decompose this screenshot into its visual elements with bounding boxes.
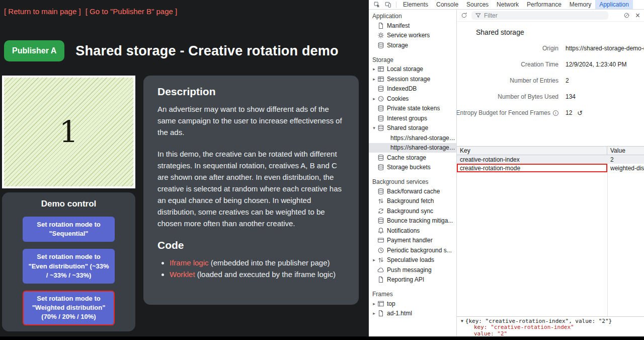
chevron-right-icon[interactable]: ▸ <box>371 77 377 82</box>
key-cell[interactable]: creative-rotation-mode <box>457 164 607 172</box>
chevron-down-icon[interactable]: ▼ <box>461 318 463 324</box>
meta-value-number-of-bytes-used: 134 <box>566 89 644 105</box>
sidebar-item-background-sync[interactable]: Background sync <box>369 206 456 216</box>
creative-number: 1 <box>59 114 78 150</box>
storage-icon <box>377 114 384 122</box>
filter-input[interactable] <box>484 12 605 19</box>
table-icon <box>377 75 384 83</box>
sidebar-item-label: Push messaging <box>387 266 432 274</box>
sidebar-item-manifest[interactable]: Manifest <box>369 21 456 31</box>
chevron-right-icon[interactable]: ▸ <box>371 301 377 306</box>
manifest-icon <box>377 276 384 284</box>
column-header-value[interactable]: Value <box>607 147 628 155</box>
filter-box[interactable] <box>471 11 608 20</box>
rotation-mode-button-1[interactable]: Set rotation mode to "Sequential" <box>23 217 115 242</box>
sidebar-item-cache-storage[interactable]: Cache storage <box>369 153 456 163</box>
return-to-main-link[interactable]: [ Return to main page ] <box>4 7 81 16</box>
storage-icon <box>377 154 384 161</box>
chevron-right-icon[interactable]: ▸ <box>371 66 377 72</box>
sidebar-item-bounce-tracking-mitiga[interactable]: Bounce tracking mitiga... <box>369 216 456 226</box>
sidebar-item-label: Local storage <box>387 65 423 73</box>
shared-storage-metadata: Originhttps://shared-storage-demo-coCrea… <box>457 40 644 121</box>
description-paragraph-1: An advertiser may want to show different… <box>157 103 345 138</box>
table-row[interactable]: creative-rotation-index2 <box>457 155 644 164</box>
sidebar-section-title: Background services <box>369 177 456 186</box>
chevron-right-icon[interactable]: ▸ <box>371 257 377 262</box>
meta-value-creation-time: 12/9/2024, 1:23:40 PM <box>566 56 644 73</box>
devtools-tab-application[interactable]: Application <box>595 0 633 9</box>
close-icon[interactable]: × <box>635 12 640 20</box>
sidebar-item-label: Background fetch <box>387 197 434 205</box>
sidebar-item-indexeddb[interactable]: IndexedDB <box>369 84 456 94</box>
sidebar-item-push-messaging[interactable]: Push messaging <box>369 265 456 275</box>
sidebar-item-notifications[interactable]: Notifications <box>369 226 456 236</box>
sidebar-item-storage[interactable]: Storage <box>369 40 456 50</box>
publisher-b-link[interactable]: [ Go to "Publisher B" page ] <box>86 7 177 16</box>
sidebar-item-speculative-loads[interactable]: ▸Speculative loads <box>369 255 456 265</box>
storage-icon <box>377 187 384 195</box>
storage-table-body: creative-rotation-index2creative-rotatio… <box>457 155 644 172</box>
reset-budget-icon[interactable]: ↺ <box>577 109 583 117</box>
key-cell[interactable]: creative-rotation-index <box>457 155 607 164</box>
chevron-right-icon[interactable]: ▸ <box>371 96 377 101</box>
code-link-iframe-logic[interactable]: Iframe logic <box>170 258 209 267</box>
devtools-tab-console[interactable]: Console <box>432 0 462 9</box>
chevron-down-icon[interactable]: ▾ <box>371 125 377 130</box>
sidebar-item-background-fetch[interactable]: Background fetch <box>369 196 456 207</box>
storage-icon <box>377 105 384 112</box>
sidebar-item-label: Storage buckets <box>387 164 431 171</box>
devtools-body: ApplicationManifestService workersStorag… <box>369 10 644 336</box>
clear-icon[interactable] <box>623 12 630 19</box>
code-link-worklet[interactable]: Worklet <box>170 270 195 279</box>
table-icon <box>377 65 384 73</box>
table-row[interactable]: creative-rotation-modeweighted-distribut… <box>457 164 644 172</box>
sidebar-item-periodic-background-s[interactable]: Periodic background s... <box>369 245 456 255</box>
value-cell[interactable]: weighted-distribution <box>607 164 644 172</box>
toolbar-separator <box>396 2 396 8</box>
refresh-icon[interactable] <box>461 12 467 19</box>
sidebar-item-ad-1-html[interactable]: ▸ad-1.html <box>369 309 456 319</box>
sidebar-item-reporting-api[interactable]: Reporting API <box>369 275 456 285</box>
devtools-tabs: ElementsConsoleSourcesNetworkPerformance… <box>399 0 633 9</box>
sidebar-item-label: Notifications <box>387 227 420 234</box>
sidebar-item-storage-buckets[interactable]: Storage buckets <box>369 163 456 173</box>
devtools-tab-elements[interactable]: Elements <box>399 0 432 9</box>
sidebar-item-local-storage[interactable]: ▸Local storage <box>369 64 456 75</box>
devtools-sidebar: ApplicationManifestService workersStorag… <box>369 10 457 336</box>
meta-value-origin: https://shared-storage-demo-co <box>566 40 644 56</box>
rotation-mode-button-2[interactable]: Set rotation mode to "Even distribution"… <box>23 249 115 284</box>
shared-storage-panel: Shared storage Originhttps://shared-stor… <box>457 22 644 336</box>
sidebar-item-session-storage[interactable]: ▸Session storage <box>369 74 456 84</box>
inspect-element-icon[interactable] <box>371 0 382 9</box>
title-row: Publisher A Shared storage - Creative ro… <box>4 40 339 61</box>
description-paragraph-2: In this demo, the creative can be rotate… <box>157 148 345 229</box>
sidebar-item-payment-handler[interactable]: Payment handler <box>369 236 456 246</box>
devtools-tab-sources[interactable]: Sources <box>462 0 493 9</box>
sidebar-section-background-services: Background servicesBack/forward cacheBac… <box>369 177 456 285</box>
cloud-icon <box>377 266 384 274</box>
column-header-key[interactable]: Key <box>457 147 607 155</box>
top-links: [ Return to main page ] [ Go to "Publish… <box>4 7 180 16</box>
rotation-mode-button-3[interactable]: Set rotation mode to "Weighted distribut… <box>23 291 115 325</box>
sidebar-item-interest-groups[interactable]: Interest groups <box>369 113 456 123</box>
value-cell[interactable]: 2 <box>607 155 644 164</box>
sidebar-item-private-state-tokens[interactable]: Private state tokens <box>369 104 456 114</box>
sidebar-item-shared-storage[interactable]: ▾Shared storage <box>369 123 456 133</box>
sidebar-item-cookies[interactable]: ▸Cookies <box>369 94 456 104</box>
devtools-tab-memory[interactable]: Memory <box>566 0 595 9</box>
code-list: Iframe logic (embedded into the publishe… <box>157 257 345 280</box>
device-toolbar-icon[interactable] <box>382 0 393 9</box>
preview-entry-value: value: "2" <box>461 331 640 336</box>
devtools-tabbar: ElementsConsoleSourcesNetworkPerformance… <box>369 0 644 10</box>
devtools-tab-performance[interactable]: Performance <box>523 0 566 9</box>
sidebar-item-top[interactable]: ▸top <box>369 299 456 309</box>
chevron-right-icon[interactable]: ▸ <box>371 311 377 316</box>
sidebar-item-https-shared-storage-d[interactable]: https://shared-storage-d... <box>369 143 456 153</box>
sidebar-item-service-workers[interactable]: Service workers <box>369 31 456 41</box>
sidebar-item-https-shared-storage-d[interactable]: https://shared-storage-d... <box>369 133 456 143</box>
info-icon[interactable]: i <box>553 110 558 116</box>
description-heading: Description <box>157 86 345 98</box>
devtools-tab-network[interactable]: Network <box>493 0 523 9</box>
sidebar-item-back-forward-cache[interactable]: Back/forward cache <box>369 186 456 196</box>
meta-label-number-of-bytes-used: Number of Bytes Used <box>457 89 558 105</box>
